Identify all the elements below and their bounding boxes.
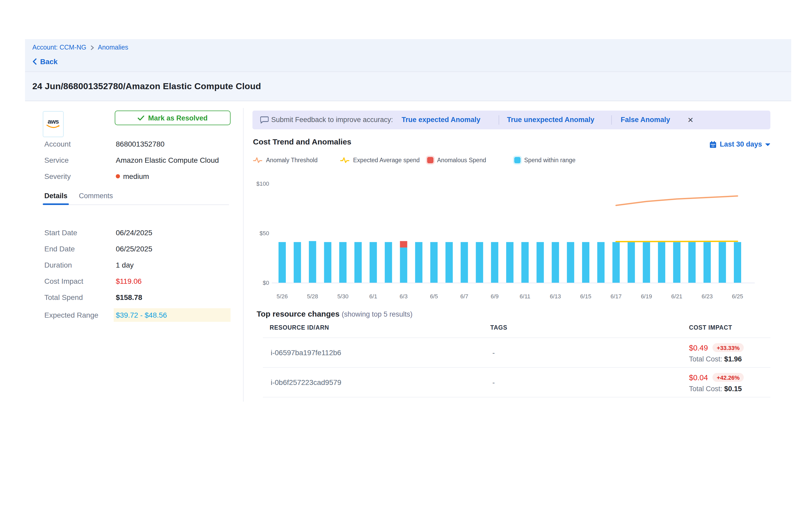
spend-bar	[279, 242, 286, 283]
breadcrumb-bar: Account: CCM-NG Anomalies Back	[25, 39, 791, 72]
legend-item: Spend within range	[514, 157, 601, 163]
detail-row: End Date 06/25/2025	[44, 244, 230, 254]
spend-bar	[460, 242, 468, 283]
spend-bar	[476, 242, 483, 283]
feedback-false-anomaly-button[interactable]: False Anomaly	[621, 111, 670, 129]
detail-label: End Date	[44, 245, 116, 253]
summary-row: Severitymedium	[44, 171, 230, 182]
resources-section-title: Top resource changes (showing top 5 resu…	[256, 309, 413, 318]
x-axis-tick: 6/17	[610, 293, 622, 300]
x-axis-tick: 5/28	[307, 293, 318, 300]
legend-label: Spend within range	[524, 157, 575, 163]
active-tab-indicator	[43, 204, 69, 205]
legend-item: Anomalous Spend	[427, 157, 514, 163]
date-range-label: Last 30 days	[720, 140, 762, 148]
spend-bar	[385, 242, 392, 283]
column-cost-impact: COST IMPACT	[689, 324, 732, 331]
aws-smile-icon	[46, 125, 60, 129]
column-resource-id: RESOURCE ID/ARN	[270, 324, 329, 331]
check-icon	[138, 115, 145, 121]
spend-bar	[536, 242, 544, 283]
x-axis-tick: 6/23	[702, 293, 713, 300]
tab-bar: Details Comments	[44, 192, 113, 200]
y-axis-tick: $0	[263, 280, 269, 286]
spend-bar	[491, 242, 498, 283]
detail-row: Cost Impact $119.06	[44, 276, 230, 286]
feedback-prompt: Submit Feedback to improve accuracy:	[271, 111, 393, 129]
x-axis-tick: 6/25	[732, 293, 743, 300]
spend-bar	[658, 242, 665, 283]
spend-bar	[582, 242, 589, 283]
detail-value: 1 day	[116, 261, 230, 269]
feedback-true-expected-button[interactable]: True expected Anomaly	[402, 111, 480, 129]
calendar-icon	[709, 140, 717, 148]
resource-tags: -	[492, 378, 495, 386]
close-icon[interactable]: ✕	[687, 111, 694, 129]
x-axis-tick: 6/5	[430, 293, 438, 300]
caret-down-icon	[765, 142, 771, 146]
resource-cost-impact: $0.49 +33.33%	[689, 343, 744, 352]
resources-table-header: RESOURCE ID/ARN TAGS COST IMPACT	[263, 324, 771, 333]
anomaly-details-page: Account: CCM-NG Anomalies Back 24 Jun/86…	[0, 0, 798, 532]
x-axis-tick: 5/26	[277, 293, 288, 300]
spend-within-range-swatch-icon	[514, 157, 520, 163]
feedback-divider	[611, 115, 612, 125]
x-axis-tick: 6/13	[550, 293, 561, 300]
mark-as-resolved-button[interactable]: Mark as Resolved	[115, 111, 230, 125]
expected-average-spend-line-icon	[340, 156, 349, 164]
detail-label: Duration	[44, 261, 116, 269]
resolve-button-label: Mark as Resolved	[148, 114, 208, 122]
detail-row: Start Date 06/24/2025	[44, 227, 230, 238]
tab-baseline	[43, 205, 229, 205]
detail-label: Cost Impact	[44, 277, 116, 285]
summary-row: ServiceAmazon Elastic Compute Cloud	[44, 155, 230, 165]
summary-label: Severity	[44, 172, 116, 180]
spend-bar	[597, 242, 605, 283]
comment-icon	[260, 116, 269, 124]
x-axis-tick: 6/3	[400, 293, 407, 300]
title-bar: 24 Jun/868001352780/Amazon Elastic Compu…	[25, 72, 791, 101]
spend-bar	[734, 242, 741, 283]
y-axis-tick: $100	[256, 180, 269, 187]
summary-fields: Account868001352780ServiceAmazon Elastic…	[44, 139, 230, 187]
chevron-right-icon	[90, 45, 94, 50]
x-axis-tick: 6/15	[580, 293, 591, 300]
feedback-divider	[499, 115, 499, 125]
feedback-true-unexpected-button[interactable]: True unexpected Anomaly	[507, 111, 594, 129]
resources-table-body: i-06597ba197fe112b6 - $0.49 +33.33% Tota…	[263, 338, 771, 397]
aws-logo-text: aws	[48, 119, 59, 125]
spend-bar	[643, 242, 650, 283]
tab-comments[interactable]: Comments	[79, 192, 113, 200]
breadcrumb-anomalies-link[interactable]: Anomalies	[98, 44, 128, 51]
x-axis-tick: 6/9	[491, 293, 499, 300]
detail-fields: Start Date 06/24/2025 End Date 06/25/202…	[44, 227, 230, 325]
aws-logo: aws	[43, 111, 64, 137]
detail-value: 06/25/2025	[116, 245, 230, 253]
detail-value: 06/24/2025	[116, 228, 230, 237]
resource-total-cost: Total Cost: $0.15	[689, 385, 742, 393]
severity-dot-icon	[116, 174, 120, 178]
breadcrumb-account-link[interactable]: Account: CCM-NG	[32, 44, 86, 51]
legend-label: Anomalous Spend	[437, 157, 486, 163]
back-label: Back	[40, 57, 58, 66]
legend-label: Anomaly Threshold	[266, 157, 318, 163]
detail-row: Expected Range $39.72 - $48.56	[44, 308, 230, 322]
back-button[interactable]: Back	[32, 57, 58, 66]
x-axis-tick: 6/11	[520, 293, 530, 300]
resource-total-cost: Total Cost: $1.96	[689, 355, 742, 363]
tab-details[interactable]: Details	[44, 192, 68, 200]
spend-bar	[704, 242, 711, 283]
anomaly-threshold-line	[616, 196, 738, 206]
spend-bar	[673, 242, 680, 283]
spend-bar	[506, 242, 513, 283]
spend-bar	[445, 242, 453, 283]
x-axis-tick: 6/21	[671, 293, 682, 300]
spend-bar	[369, 242, 377, 283]
summary-value: 868001352780	[116, 140, 230, 148]
summary-label: Account	[44, 140, 116, 148]
date-range-picker[interactable]: Last 30 days	[709, 140, 771, 148]
resource-cost-impact: $0.04 +42.26%	[689, 373, 744, 382]
severity-value: medium	[116, 172, 230, 180]
anomaly-threshold-line-icon	[253, 156, 262, 164]
panel-divider	[243, 108, 244, 402]
